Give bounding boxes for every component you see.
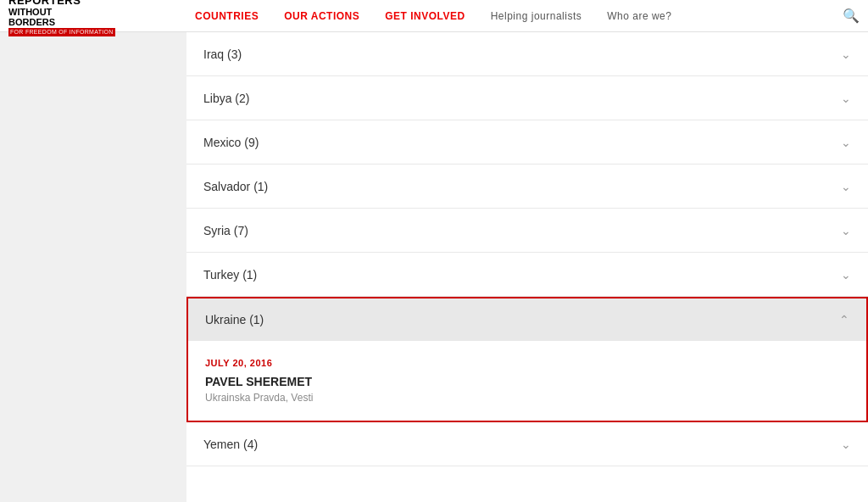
logo-reporters: REPORTERS: [8, 0, 115, 7]
chevron-syria: ⌄: [841, 224, 851, 237]
country-row-iraq[interactable]: Iraq (3) ⌄: [186, 32, 868, 76]
logo[interactable]: REPORTERS WITHOUT BORDERS FOR FREEDOM OF…: [8, 0, 178, 36]
country-row-syria[interactable]: Syria (7) ⌄: [186, 209, 868, 253]
country-name-turkey: Turkey (1): [203, 268, 257, 282]
chevron-yemen: ⌄: [841, 438, 851, 451]
nav-helping-journalists[interactable]: Helping journalists: [491, 10, 582, 22]
chevron-libya: ⌄: [841, 92, 851, 105]
main-content: Iraq (3) ⌄ Libya (2) ⌄ Mexico (9) ⌄ Salv…: [0, 32, 868, 502]
country-name-mexico: Mexico (9): [203, 136, 259, 149]
country-row-libya[interactable]: Libya (2) ⌄: [186, 76, 868, 120]
country-name-iraq: Iraq (3): [203, 47, 242, 61]
nav-who-are-we[interactable]: Who are we?: [607, 10, 671, 22]
main-nav: COUNTRIES OUR ACTIONS GET INVOLVED Helpi…: [178, 10, 843, 22]
content-area: Iraq (3) ⌄ Libya (2) ⌄ Mexico (9) ⌄ Salv…: [186, 32, 868, 502]
chevron-turkey: ⌄: [841, 268, 851, 282]
nav-our-actions[interactable]: OUR ACTIONS: [284, 10, 359, 22]
sidebar: [0, 32, 186, 502]
country-name-ukraine: Ukraine (1): [205, 313, 264, 326]
chevron-ukraine: ⌃: [839, 313, 849, 326]
logo-tagline: FOR FREEDOM OF INFORMATION: [8, 28, 115, 36]
chevron-iraq: ⌄: [841, 47, 851, 61]
entry-publication: Ukrainska Pravda, Vesti: [205, 392, 849, 404]
country-row-ukraine[interactable]: Ukraine (1) ⌃: [186, 297, 868, 341]
nav-get-involved[interactable]: GET INVOLVED: [385, 10, 465, 22]
ukraine-expanded-panel: JULY 20, 2016 PAVEL SHEREMET Ukrainska P…: [186, 341, 868, 422]
chevron-salvador: ⌄: [841, 180, 851, 193]
country-row-turkey[interactable]: Turkey (1) ⌄: [186, 253, 868, 297]
header: REPORTERS WITHOUT BORDERS FOR FREEDOM OF…: [0, 0, 868, 32]
country-name-yemen: Yemen (4): [203, 438, 258, 451]
entry-name[interactable]: PAVEL SHEREMET: [205, 375, 849, 388]
country-name-libya: Libya (2): [203, 92, 249, 105]
country-name-syria: Syria (7): [203, 224, 248, 237]
entry-date: JULY 20, 2016: [205, 358, 849, 368]
country-row-yemen[interactable]: Yemen (4) ⌄: [186, 422, 868, 466]
chevron-mexico: ⌄: [841, 136, 851, 149]
logo-borders: BORDERS: [8, 17, 115, 27]
logo-without: WITHOUT: [8, 7, 115, 17]
nav-countries[interactable]: COUNTRIES: [195, 10, 259, 22]
search-icon[interactable]: 🔍: [843, 8, 860, 24]
country-row-salvador[interactable]: Salvador (1) ⌄: [186, 165, 868, 209]
country-name-salvador: Salvador (1): [203, 180, 268, 193]
country-row-mexico[interactable]: Mexico (9) ⌄: [186, 120, 868, 165]
